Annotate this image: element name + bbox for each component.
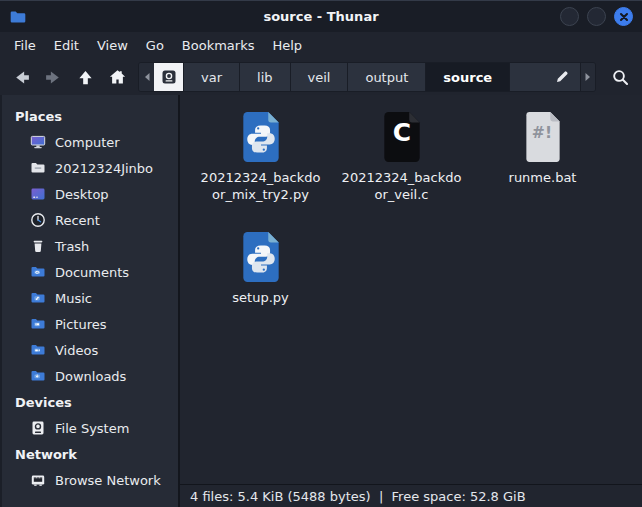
up-button[interactable] [70, 63, 100, 91]
menubar: File Edit View Go Bookmarks Help [0, 32, 642, 59]
sidebar-item-desktop[interactable]: Desktop [2, 181, 178, 207]
breadcrumb-bar: var lib veil output source [138, 62, 596, 92]
sidebar-item-label: Desktop [55, 187, 109, 202]
file-name: 20212324_backdoor_veil.c [342, 169, 462, 203]
file-name: runme.bat [509, 169, 577, 186]
file-name: setup.py [232, 289, 288, 306]
back-button[interactable] [6, 63, 36, 91]
filesystem-root-crumb[interactable] [154, 63, 184, 91]
window-title: source - Thunar [0, 9, 642, 24]
python-file-icon [240, 111, 282, 163]
sidebar-item-label: Browse Network [55, 473, 161, 488]
statusbar-text: 4 files: 5.4 KiB (5488 bytes) | Free spa… [190, 489, 526, 504]
c-file-icon: C [381, 111, 423, 163]
computer-icon [30, 134, 46, 150]
sidebar-item-music[interactable]: Music [2, 285, 178, 311]
file-system-drive-icon [30, 420, 46, 436]
downloads-folder-icon [30, 368, 46, 384]
sidebar-item-label: Computer [55, 135, 120, 150]
home-icon [108, 68, 127, 87]
menu-help[interactable]: Help [263, 34, 311, 57]
crumb-scroll-right-button[interactable] [580, 63, 595, 91]
section-header-places: Places [2, 103, 178, 129]
maximize-button[interactable] [587, 7, 606, 26]
sidebar-item-label: Music [55, 291, 92, 306]
sidebar-item-label: 20212324Jinbo [55, 161, 153, 176]
search-button[interactable] [604, 62, 636, 92]
crumb-var[interactable]: var [184, 63, 240, 91]
videos-folder-icon [30, 342, 46, 358]
sidebar-item-downloads[interactable]: Downloads [2, 363, 178, 389]
svg-text:#!: #! [531, 124, 551, 142]
up-icon [76, 68, 95, 87]
sidebar-item-home[interactable]: 20212324Jinbo [2, 155, 178, 181]
sidebar-item-file-system[interactable]: File System [2, 415, 178, 441]
sidebar-item-computer[interactable]: Computer [2, 129, 178, 155]
sidebar-item-browse-network[interactable]: Browse Network [2, 467, 178, 493]
home-folder-icon [30, 160, 46, 176]
folder-app-icon [9, 8, 27, 26]
sidebar-item-label: Videos [55, 343, 98, 358]
python-file-icon [240, 231, 282, 283]
sidebar-item-trash[interactable]: Trash [2, 233, 178, 259]
network-icon [30, 472, 46, 488]
close-icon [619, 12, 629, 22]
search-icon [611, 68, 630, 87]
chevron-left-icon [143, 72, 151, 82]
thunar-window: source - Thunar File Edit View Go Bookma… [0, 0, 642, 507]
script-file-icon: #! [522, 111, 564, 163]
minimize-button[interactable] [560, 7, 579, 26]
menu-bookmarks[interactable]: Bookmarks [173, 34, 264, 57]
sidebar-item-label: Trash [55, 239, 89, 254]
crumb-output[interactable]: output [348, 63, 426, 91]
file-item-backdoor-py[interactable]: 20212324_backdoor_mix_try2.py [190, 111, 331, 231]
close-button[interactable] [614, 7, 633, 26]
toolbar: var lib veil output source [0, 59, 642, 95]
crumb-lib[interactable]: lib [240, 63, 290, 91]
titlebar: source - Thunar [0, 1, 642, 32]
forward-button[interactable] [38, 63, 68, 91]
sidebar-item-label: Pictures [55, 317, 106, 332]
sidebar-item-recent[interactable]: Recent [2, 207, 178, 233]
music-folder-icon [30, 290, 46, 306]
file-item-setup-py[interactable]: setup.py [190, 231, 331, 351]
menu-edit[interactable]: Edit [45, 34, 88, 57]
recent-clock-icon [30, 212, 46, 228]
menu-view[interactable]: View [88, 34, 137, 57]
pictures-folder-icon [30, 316, 46, 332]
sidebar-item-pictures[interactable]: Pictures [2, 311, 178, 337]
pencil-icon [554, 69, 570, 85]
desktop-icon [30, 186, 46, 202]
file-view: 20212324_backdoor_mix_try2.py C 20212324… [180, 95, 642, 507]
file-item-runme-bat[interactable]: #! runme.bat [472, 111, 613, 231]
statusbar: 4 files: 5.4 KiB (5488 bytes) | Free spa… [180, 484, 642, 507]
file-item-backdoor-c[interactable]: C 20212324_backdoor_veil.c [331, 111, 472, 231]
drive-icon [161, 69, 177, 85]
crumb-veil[interactable]: veil [291, 63, 349, 91]
home-button[interactable] [102, 63, 132, 91]
documents-folder-icon [30, 264, 46, 280]
crumb-source-active[interactable]: source [426, 63, 510, 91]
sidebar-item-documents[interactable]: Documents [2, 259, 178, 285]
side-pane: Places Computer 20212324Jinbo Desktop Re… [0, 95, 180, 507]
trash-icon [30, 238, 46, 254]
forward-icon [44, 68, 63, 87]
file-grid: 20212324_backdoor_mix_try2.py C 20212324… [180, 95, 642, 484]
sidebar-item-label: Recent [55, 213, 100, 228]
sidebar-item-label: Downloads [55, 369, 126, 384]
sidebar-item-videos[interactable]: Videos [2, 337, 178, 363]
section-header-devices: Devices [2, 389, 178, 415]
file-name: 20212324_backdoor_mix_try2.py [201, 169, 321, 203]
sidebar-item-label: File System [55, 421, 129, 436]
crumb-scroll-left-button[interactable] [139, 63, 154, 91]
menu-file[interactable]: File [5, 34, 45, 57]
chevron-right-icon [584, 72, 592, 82]
menu-go[interactable]: Go [137, 34, 173, 57]
section-header-network: Network [2, 441, 178, 467]
svg-text:C: C [392, 118, 410, 147]
path-edit-area[interactable] [510, 63, 580, 91]
back-icon [12, 68, 31, 87]
sidebar-item-label: Documents [55, 265, 129, 280]
